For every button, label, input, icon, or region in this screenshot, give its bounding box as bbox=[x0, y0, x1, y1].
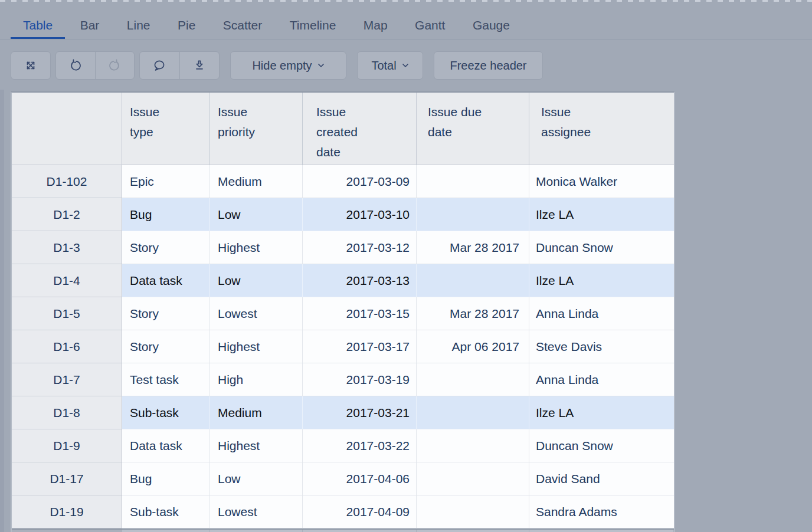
cell-issue-assignee: Ilze LA bbox=[529, 396, 674, 429]
table-row: D1-9 Data task Highest 2017-03-22 Duncan… bbox=[12, 429, 674, 462]
row-id[interactable]: D1-4 bbox=[12, 264, 122, 297]
cell-issue-priority: Lowest bbox=[210, 495, 303, 528]
cell-issue-priority: Low bbox=[210, 462, 303, 495]
chevron-down-icon bbox=[402, 63, 409, 68]
cell-issue-due-date bbox=[417, 429, 529, 462]
cell-issue-due-date bbox=[417, 165, 529, 198]
tab-gauge[interactable]: Gauge bbox=[460, 12, 522, 38]
cell-issue-assignee: Steve Davis bbox=[529, 330, 674, 363]
cell-issue-created-date: 2017-03-19 bbox=[303, 363, 417, 396]
toolbar: Hide empty Total Freeze header bbox=[11, 51, 543, 80]
expand-icon bbox=[24, 58, 38, 73]
row-id[interactable]: D1-7 bbox=[12, 363, 122, 396]
cell-issue-due-date bbox=[417, 462, 529, 495]
cell-issue-created-date: 2017-03-22 bbox=[303, 429, 417, 462]
cell-issue-priority: High bbox=[210, 363, 303, 396]
row-id[interactable]: D1-3 bbox=[12, 231, 122, 264]
cell-issue-type: Data task bbox=[122, 429, 210, 462]
header-issue-due-date[interactable]: Issue due date bbox=[417, 93, 529, 165]
cell-issue-assignee: Sandra Adams bbox=[529, 495, 674, 528]
cell-issue-type: Epic bbox=[122, 165, 210, 198]
report-table: Issue type Issue priority Issue created … bbox=[11, 91, 675, 532]
table-row: D1-3 Story Highest 2017-03-12 Mar 28 201… bbox=[12, 231, 674, 264]
cell-issue-type: Story bbox=[122, 297, 210, 330]
cell-issue-assignee: Anna Linda bbox=[529, 297, 674, 330]
table-row: D1-7 Test task High 2017-03-19 Anna Lind… bbox=[12, 363, 674, 396]
freeze-header-label: Freeze header bbox=[450, 59, 526, 73]
row-id[interactable]: D1-17 bbox=[12, 462, 122, 495]
comment-button[interactable] bbox=[140, 52, 179, 79]
header-corner bbox=[12, 93, 122, 165]
tab-table[interactable]: Table bbox=[11, 12, 65, 38]
row-id[interactable]: D1-6 bbox=[12, 330, 122, 363]
tab-pie[interactable]: Pie bbox=[165, 12, 208, 38]
cell-issue-assignee: Duncan Snow bbox=[529, 429, 674, 462]
download-icon bbox=[192, 58, 207, 73]
cell-issue-type: Test task bbox=[122, 363, 210, 396]
cell-issue-priority: Highest bbox=[210, 231, 303, 264]
cell-issue-priority: Low bbox=[210, 264, 303, 297]
tab-bar[interactable]: Bar bbox=[68, 12, 112, 38]
cell-issue-type: Data task bbox=[122, 264, 210, 297]
chevron-down-icon bbox=[317, 63, 325, 68]
table-row: D1-17 Bug Low 2017-04-06 David Sand bbox=[12, 462, 674, 495]
cell-issue-assignee: Anna Linda bbox=[529, 363, 674, 396]
expand-button[interactable] bbox=[11, 51, 51, 80]
cell-issue-due-date bbox=[417, 495, 529, 528]
cell-issue-type: Bug bbox=[122, 198, 210, 231]
hide-empty-dropdown[interactable]: Hide empty bbox=[230, 51, 346, 80]
cell-issue-due-date bbox=[417, 264, 529, 297]
cell-issue-type: Sub-task bbox=[122, 396, 210, 429]
header-issue-created-date[interactable]: Issue created date bbox=[303, 93, 417, 165]
cell-issue-type: Story bbox=[122, 330, 210, 363]
cell-issue-type: Story bbox=[122, 231, 210, 264]
total-dropdown[interactable]: Total bbox=[357, 51, 423, 80]
cell-issue-due-date: Apr 06 2017 bbox=[417, 330, 529, 363]
redo-icon bbox=[107, 58, 122, 73]
row-id[interactable]: D1-5 bbox=[12, 297, 122, 330]
tab-line[interactable]: Line bbox=[114, 12, 163, 38]
cell-issue-type: Bug bbox=[122, 462, 210, 495]
table-row: D1-2 Bug Low 2017-03-10 Ilze LA bbox=[12, 198, 674, 231]
cell-issue-priority: Highest bbox=[210, 429, 303, 462]
table-row: D1-8 Sub-task Medium 2017-03-21 Ilze LA bbox=[12, 396, 674, 429]
cell-issue-due-date bbox=[417, 198, 529, 231]
cell-issue-type: Sub-task bbox=[122, 495, 210, 528]
tab-scatter[interactable]: Scatter bbox=[211, 12, 275, 38]
row-id[interactable]: D1-2 bbox=[12, 198, 122, 231]
cell-issue-priority: Medium bbox=[210, 396, 303, 429]
tab-map[interactable]: Map bbox=[351, 12, 400, 38]
cell-issue-created-date: 2017-03-15 bbox=[303, 297, 417, 330]
header-issue-assignee[interactable]: Issue assignee bbox=[529, 93, 674, 165]
cell-issue-priority: Lowest bbox=[210, 297, 303, 330]
left-shade bbox=[0, 90, 4, 532]
table-row: D1-6 Story Highest 2017-03-17 Apr 06 201… bbox=[12, 330, 674, 363]
cell-issue-created-date: 2017-03-10 bbox=[303, 198, 417, 231]
header-issue-type[interactable]: Issue type bbox=[122, 93, 210, 165]
undo-button[interactable] bbox=[56, 52, 95, 79]
cell-issue-due-date bbox=[417, 363, 529, 396]
tab-gantt[interactable]: Gantt bbox=[402, 12, 457, 38]
comment-export-button-group bbox=[139, 51, 220, 80]
freeze-header-button[interactable]: Freeze header bbox=[434, 51, 543, 80]
table-row: D1-5 Story Lowest 2017-03-15 Mar 28 2017… bbox=[12, 297, 674, 330]
cell-issue-created-date: 2017-03-21 bbox=[303, 396, 417, 429]
header-issue-priority[interactable]: Issue priority bbox=[210, 93, 303, 165]
redo-button[interactable] bbox=[95, 52, 135, 79]
cell-issue-due-date: Mar 28 2017 bbox=[417, 297, 529, 330]
cell-issue-assignee: Duncan Snow bbox=[529, 231, 674, 264]
cell-issue-due-date: Mar 28 2017 bbox=[417, 231, 529, 264]
row-id[interactable]: D1-102 bbox=[12, 165, 122, 198]
cell-issue-assignee: Ilze LA bbox=[529, 198, 674, 231]
row-id[interactable]: D1-19 bbox=[12, 495, 122, 528]
table-row: D1-4 Data task Low 2017-03-13 Ilze LA bbox=[12, 264, 674, 297]
cell-issue-assignee: David Sand bbox=[529, 462, 674, 495]
cell-issue-created-date: 2017-03-12 bbox=[303, 231, 417, 264]
table-header-row: Issue type Issue priority Issue created … bbox=[12, 93, 674, 165]
hide-empty-label: Hide empty bbox=[252, 59, 312, 73]
chart-type-tabbar: Table Bar Line Pie Scatter Timeline Map … bbox=[0, 0, 812, 40]
tab-timeline[interactable]: Timeline bbox=[277, 12, 349, 38]
row-id[interactable]: D1-9 bbox=[12, 429, 122, 462]
download-button[interactable] bbox=[179, 52, 220, 79]
row-id[interactable]: D1-8 bbox=[12, 396, 122, 429]
